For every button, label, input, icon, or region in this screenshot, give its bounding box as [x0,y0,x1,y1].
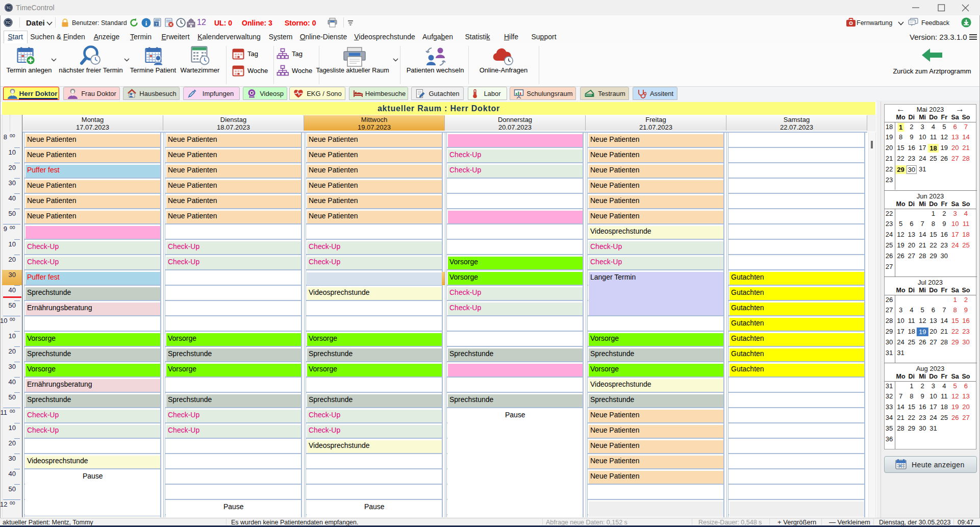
svg-text:i: i [145,19,147,27]
svg-text:T: T [155,22,158,27]
svg-text:TC: TC [6,6,11,10]
svg-text:TC: TC [6,20,11,25]
